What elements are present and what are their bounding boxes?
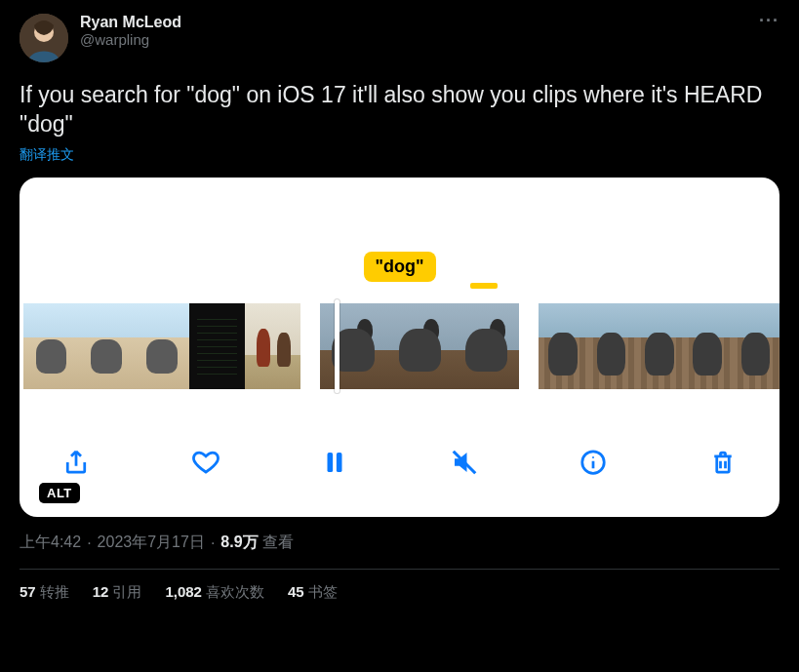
trash-icon	[708, 448, 738, 477]
video-frame	[683, 303, 731, 389]
more-button[interactable]: ···	[759, 14, 779, 25]
info-icon	[579, 448, 608, 477]
clip-group[interactable]	[23, 303, 300, 389]
pause-button[interactable]	[317, 445, 352, 480]
video-frame	[79, 303, 135, 389]
meta-sep: ·	[211, 534, 215, 552]
tweet-stats: 57转推 12引用 1,082喜欢次数 45书签	[20, 583, 779, 602]
bookmarks-stat[interactable]: 45书签	[288, 583, 338, 602]
user-block: Ryan McLeod @warpling	[80, 14, 181, 48]
mute-icon	[450, 448, 479, 477]
video-frame	[539, 303, 586, 389]
video-frame	[386, 303, 453, 389]
video-frame	[245, 303, 300, 389]
tweet-meta: 上午4:42 · 2023年7月17日 · 8.9万 查看	[20, 533, 779, 553]
author-handle[interactable]: @warpling	[80, 31, 181, 48]
info-button[interactable]	[576, 445, 611, 480]
svg-rect-3	[337, 453, 342, 472]
retweets-stat[interactable]: 57转推	[20, 583, 69, 602]
svg-rect-2	[328, 453, 334, 472]
clip-group[interactable]	[539, 303, 779, 389]
tweet-header: Ryan McLeod @warpling ···	[20, 14, 779, 62]
share-button[interactable]	[59, 445, 94, 480]
author-name[interactable]: Ryan McLeod	[80, 14, 181, 31]
avatar[interactable]	[20, 14, 68, 62]
video-frame	[320, 303, 386, 389]
heart-icon	[191, 448, 220, 477]
video-frame	[635, 303, 683, 389]
search-tag-marker	[470, 283, 498, 289]
likes-stat[interactable]: 1,082喜欢次数	[165, 583, 264, 602]
tweet-text: If you search for "dog" on iOS 17 it'll …	[20, 80, 779, 138]
pause-icon	[320, 448, 349, 477]
video-frame	[189, 303, 245, 389]
clip-group[interactable]	[320, 303, 519, 389]
video-frame	[587, 303, 635, 389]
tweet-date[interactable]: 2023年7月17日	[98, 533, 205, 553]
svg-point-6	[592, 456, 594, 458]
divider	[20, 569, 779, 570]
video-frame	[732, 303, 779, 389]
playhead[interactable]	[335, 299, 340, 393]
mute-button[interactable]	[447, 445, 482, 480]
media-card[interactable]: "dog"	[20, 178, 779, 517]
video-frame	[453, 303, 519, 389]
views-count[interactable]: 8.9万	[220, 534, 258, 550]
alt-badge[interactable]: ALT	[39, 483, 80, 503]
meta-sep: ·	[87, 534, 91, 552]
video-timeline[interactable]	[20, 298, 779, 394]
views-label: 查看	[262, 534, 294, 550]
quotes-stat[interactable]: 12引用	[93, 583, 142, 602]
video-frame	[23, 303, 79, 389]
share-icon	[61, 448, 91, 477]
media-toolbar	[20, 433, 779, 492]
delete-button[interactable]	[705, 445, 740, 480]
translate-link[interactable]: 翻译推文	[20, 146, 779, 164]
like-button[interactable]	[188, 445, 223, 480]
search-tag: "dog"	[363, 252, 435, 282]
tweet-time[interactable]: 上午4:42	[20, 533, 81, 553]
tweet: Ryan McLeod @warpling ··· If you search …	[0, 0, 799, 602]
video-frame	[135, 303, 190, 389]
